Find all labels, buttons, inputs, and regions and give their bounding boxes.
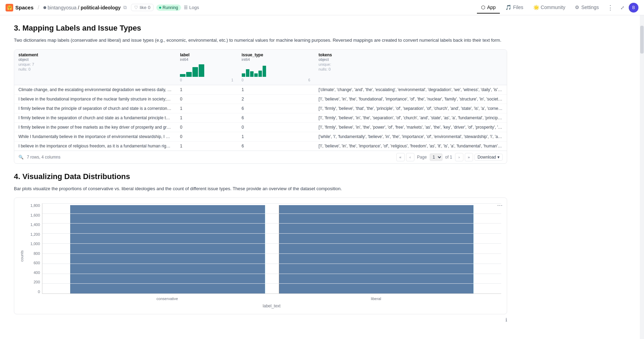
grid-line bbox=[42, 213, 501, 214]
grid-line bbox=[42, 264, 501, 264]
col-tokens: tokens object unique: nulls: 0 bbox=[314, 50, 507, 85]
community-label: Community bbox=[541, 5, 565, 10]
grid-lines bbox=[42, 203, 501, 293]
page-label: Page bbox=[417, 155, 427, 160]
cell-label: 0 bbox=[176, 94, 237, 104]
cell-tokens: ['while', 'i', 'fundamentally', 'believe… bbox=[314, 132, 507, 141]
col-statement-name: statement bbox=[18, 53, 172, 57]
files-label: Files bbox=[513, 5, 523, 10]
col-tokens-type: object bbox=[319, 57, 503, 62]
download-label: Download bbox=[478, 155, 496, 160]
col-issue-type-type: int64 bbox=[242, 57, 311, 62]
y-tick-1400: 1,400 bbox=[30, 223, 40, 227]
chevron-down-icon: ▾ bbox=[497, 155, 499, 160]
cell-tokens: ['climate', 'change', 'and', 'the', 'esc… bbox=[314, 85, 507, 94]
spaces-logo-icon: 🤗 bbox=[6, 4, 13, 11]
grid-line bbox=[42, 283, 501, 284]
table-row: Climate change, and the escalating envir… bbox=[14, 85, 507, 94]
mini-bar bbox=[242, 73, 245, 77]
like-button[interactable]: ♡ like 0 bbox=[131, 4, 154, 11]
app-icon: ⬡ bbox=[481, 5, 485, 10]
cell-tokens: ['i', 'firmly', 'believe', 'in', 'the', … bbox=[314, 122, 507, 132]
spaces-label[interactable]: Spaces bbox=[15, 5, 34, 10]
x-axis-labels: conservative liberal bbox=[42, 295, 501, 302]
section3-title: 3. Mapping Labels and Issue Types bbox=[14, 24, 507, 33]
y-tick-1800: 1,800 bbox=[30, 203, 40, 208]
scrollbar-thumb bbox=[640, 26, 644, 54]
tab-app[interactable]: ⬡ App bbox=[477, 2, 500, 14]
table-row: I firmly believe in the power of free ma… bbox=[14, 122, 507, 132]
table-row: While I fundamentally believe in the imp… bbox=[14, 132, 507, 141]
col-statement-type: object bbox=[18, 57, 172, 62]
col-issue-type: issue_type int64 0 bbox=[238, 50, 315, 85]
heart-icon: ♡ bbox=[134, 5, 138, 10]
bars-area bbox=[42, 203, 501, 294]
last-page-button[interactable]: » bbox=[465, 153, 473, 161]
tab-settings[interactable]: ⚙ Settings bbox=[571, 2, 603, 14]
chart-label-0: 0 bbox=[180, 78, 182, 82]
y-axis-label-wrapper: counts bbox=[20, 203, 27, 308]
chart-container: ⋯ counts 1,800 1,600 1,400 1,200 1,000 8… bbox=[14, 197, 507, 314]
mini-bar bbox=[246, 69, 249, 77]
main-content: 3. Mapping Labels and Issue Types Two di… bbox=[0, 15, 521, 331]
col-statement-meta2: nulls: 0 bbox=[18, 67, 172, 71]
col-tokens-meta2: nulls: 0 bbox=[319, 67, 503, 71]
mini-bar bbox=[186, 72, 192, 77]
cell-label: 1 bbox=[176, 104, 237, 113]
top-navigation: 🤗 Spaces / bintangyosua / political-ideo… bbox=[0, 0, 644, 15]
issue-chart-labels: 0 6 bbox=[242, 78, 311, 82]
page-scrollbar[interactable] bbox=[640, 15, 644, 331]
logs-button[interactable]: ☰ Logs bbox=[184, 5, 199, 10]
chart-label-1: 1 bbox=[231, 78, 233, 82]
copy-icon[interactable]: ⧉ bbox=[123, 5, 127, 10]
repo-owner[interactable]: bintangyosua bbox=[48, 5, 76, 10]
chart-inner: conservative liberal label_text bbox=[42, 203, 501, 308]
cell-issue-type: 0 bbox=[238, 122, 315, 132]
search-icon: 🔍 bbox=[18, 155, 24, 160]
cell-statement: I firmly believe that the principle of s… bbox=[14, 104, 176, 113]
cell-label: 1 bbox=[176, 141, 237, 151]
y-tick-1200: 1,200 bbox=[30, 232, 40, 236]
separator: / bbox=[38, 5, 39, 11]
tab-community[interactable]: 🌟 Community bbox=[529, 2, 570, 14]
section4-description: Bar plots visualize the proportions of c… bbox=[14, 185, 507, 192]
tab-files[interactable]: 🎵 Files bbox=[501, 2, 528, 14]
col-issue-type-name: issue_type bbox=[242, 53, 311, 57]
external-link-icon[interactable]: ⤢ bbox=[618, 3, 627, 12]
section4-title: 4. Visualizing Data Distributions bbox=[14, 172, 507, 181]
grid-line bbox=[42, 233, 501, 234]
more-options-button[interactable]: ⋮ bbox=[604, 2, 616, 13]
col-label: label int64 0 1 bbox=[176, 50, 237, 85]
rows-cols-info: 🔍 7 rows, 4 columns bbox=[18, 155, 60, 160]
cell-statement: I believe in the importance of religious… bbox=[14, 141, 176, 151]
first-page-button[interactable]: « bbox=[396, 153, 405, 161]
y-axis-ticks: 1,800 1,600 1,400 1,200 1,000 800 600 40… bbox=[27, 203, 42, 294]
col-label-type: int64 bbox=[180, 57, 233, 62]
like-count: 0 bbox=[148, 5, 150, 10]
download-button[interactable]: Download ▾ bbox=[474, 154, 503, 161]
cell-tokens: ['i', 'believe', 'in', 'the', 'foundatio… bbox=[314, 94, 507, 104]
col-label-name: label bbox=[180, 53, 233, 57]
brand: 🤗 Spaces bbox=[6, 4, 34, 11]
repo-name[interactable]: political-ideology bbox=[81, 5, 121, 10]
mini-bar bbox=[263, 66, 266, 77]
user-avatar[interactable]: B bbox=[629, 3, 638, 13]
page-select[interactable]: 1 bbox=[430, 153, 443, 161]
prev-page-button[interactable]: ‹ bbox=[406, 153, 414, 161]
col-statement-meta1: unique: 7 bbox=[18, 62, 172, 66]
table-footer: 🔍 7 rows, 4 columns « ‹ Page 1 of 1 › » … bbox=[14, 151, 507, 163]
page-of-text: of 1 bbox=[445, 155, 452, 160]
next-page-button[interactable]: › bbox=[455, 153, 463, 161]
like-label: like bbox=[140, 5, 147, 10]
files-icon: 🎵 bbox=[505, 5, 511, 10]
settings-label: Settings bbox=[581, 5, 599, 10]
cell-label: 1 bbox=[176, 113, 237, 122]
cell-statement: Climate change, and the escalating envir… bbox=[14, 85, 176, 94]
cell-label: 1 bbox=[176, 85, 237, 94]
col-tokens-meta1: unique: bbox=[319, 62, 503, 66]
col-tokens-name: tokens bbox=[319, 53, 503, 57]
cell-statement: I believe in the foundational importance… bbox=[14, 94, 176, 104]
y-tick-800: 800 bbox=[34, 251, 40, 256]
x-axis-title: label_text bbox=[42, 304, 501, 308]
cell-issue-type: 6 bbox=[238, 113, 315, 122]
